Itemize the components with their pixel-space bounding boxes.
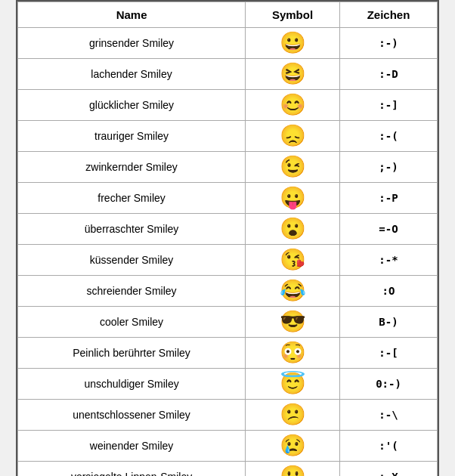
table-row: unentschlossener Smiley😕:-\: [18, 400, 438, 431]
smiley-icon: 😆: [280, 62, 306, 85]
table-row: überraschter Smiley😮=-O: [18, 214, 438, 245]
cell-symbol: 😊: [246, 90, 340, 121]
cell-zeichen: :-]: [339, 90, 437, 121]
smiley-icon: 😊: [280, 93, 306, 116]
cell-symbol: 😇: [246, 369, 340, 400]
cell-zeichen: :-(: [339, 121, 437, 152]
smiley-icon: 😛: [280, 186, 306, 209]
cell-name: zwinkernder Smiley: [18, 152, 246, 183]
smiley-icon: 😢: [280, 434, 306, 457]
cell-symbol: 😳: [246, 338, 340, 369]
table-row: unschuldiger Smiley😇0:-): [18, 369, 438, 400]
cell-zeichen: 0:-): [339, 369, 437, 400]
smiley-icon: 😎: [280, 310, 306, 333]
smiley-icon: 😘: [280, 248, 306, 271]
cell-zeichen: :O: [339, 276, 437, 307]
cell-symbol: 😀: [246, 28, 340, 59]
smiley-icon: 😕: [280, 403, 306, 426]
smiley-icon: 😀: [280, 31, 306, 54]
smiley-icon: 😞: [280, 124, 306, 147]
cell-name: cooler Smiley: [18, 307, 246, 338]
smiley-icon: 😂: [280, 279, 306, 302]
cell-symbol: 😉: [246, 152, 340, 183]
table-row: Peinlich berührter Smiley😳:-[: [18, 338, 438, 369]
cell-name: frecher Smiley: [18, 183, 246, 214]
cell-name: grinsender Smiley: [18, 28, 246, 59]
smiley-icon: 🤐: [280, 465, 306, 476]
cell-zeichen: :-\: [339, 400, 437, 431]
cell-zeichen: :-X: [339, 462, 437, 477]
cell-symbol: 😞: [246, 121, 340, 152]
cell-zeichen: :-*: [339, 245, 437, 276]
table-row: küssender Smiley😘:-*: [18, 245, 438, 276]
col-header-zeichen: Zeichen: [339, 2, 437, 28]
table-row: trauriger Smiley😞:-(: [18, 121, 438, 152]
smiley-icon: 😇: [280, 372, 306, 395]
cell-zeichen: :'(: [339, 431, 437, 462]
table-row: versiegelte Lippen-Smiley🤐:-X: [18, 462, 438, 477]
table-header-row: Name Symbol Zeichen: [18, 2, 438, 28]
smiley-icon: 😉: [280, 155, 306, 178]
cell-symbol: 😕: [246, 400, 340, 431]
cell-symbol: 😘: [246, 245, 340, 276]
cell-symbol: 🤐: [246, 462, 340, 477]
cell-zeichen: =-O: [339, 214, 437, 245]
cell-zeichen: :-): [339, 28, 437, 59]
cell-symbol: 😢: [246, 431, 340, 462]
cell-name: Peinlich berührter Smiley: [18, 338, 246, 369]
table-row: frecher Smiley😛:-P: [18, 183, 438, 214]
cell-name: lachender Smiley: [18, 59, 246, 90]
table-row: schreiender Smiley😂:O: [18, 276, 438, 307]
table-row: lachender Smiley😆:-D: [18, 59, 438, 90]
cell-name: unentschlossener Smiley: [18, 400, 246, 431]
smiley-table-wrapper: Name Symbol Zeichen grinsender Smiley😀:-…: [16, 0, 439, 476]
cell-name: unschuldiger Smiley: [18, 369, 246, 400]
cell-name: schreiender Smiley: [18, 276, 246, 307]
table-row: zwinkernder Smiley😉;-): [18, 152, 438, 183]
cell-symbol: 😎: [246, 307, 340, 338]
cell-zeichen: :-[: [339, 338, 437, 369]
cell-symbol: 😂: [246, 276, 340, 307]
cell-name: glücklicher Smiley: [18, 90, 246, 121]
cell-symbol: 😛: [246, 183, 340, 214]
cell-name: trauriger Smiley: [18, 121, 246, 152]
cell-name: weinender Smiley: [18, 431, 246, 462]
cell-zeichen: ;-): [339, 152, 437, 183]
cell-zeichen: :-D: [339, 59, 437, 90]
cell-name: überraschter Smiley: [18, 214, 246, 245]
table-row: cooler Smiley😎B-): [18, 307, 438, 338]
cell-zeichen: :-P: [339, 183, 437, 214]
smiley-icon: 😳: [280, 341, 306, 364]
cell-symbol: 😮: [246, 214, 340, 245]
cell-symbol: 😆: [246, 59, 340, 90]
col-header-symbol: Symbol: [246, 2, 340, 28]
col-header-name: Name: [18, 2, 246, 28]
table-row: grinsender Smiley😀:-): [18, 28, 438, 59]
cell-name: versiegelte Lippen-Smiley: [18, 462, 246, 477]
smiley-icon: 😮: [280, 217, 306, 240]
table-row: glücklicher Smiley😊:-]: [18, 90, 438, 121]
table-row: weinender Smiley😢:'(: [18, 431, 438, 462]
smiley-table: Name Symbol Zeichen grinsender Smiley😀:-…: [17, 2, 438, 476]
cell-name: küssender Smiley: [18, 245, 246, 276]
cell-zeichen: B-): [339, 307, 437, 338]
